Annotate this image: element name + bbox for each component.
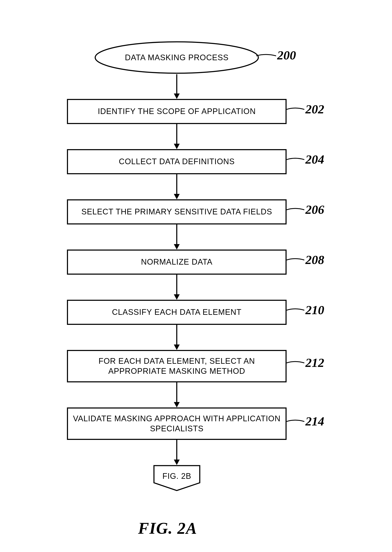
step-label: VALIDATE MASKING APPROACH WITH APPLICATI… <box>72 414 281 433</box>
svg-marker-8 <box>174 244 180 250</box>
step-collect-definitions: COLLECT DATA DEFINITIONS <box>67 149 287 174</box>
step-normalize-data: NORMALIZE DATA <box>67 250 287 275</box>
lead-208 <box>287 257 304 263</box>
svg-marker-4 <box>174 144 180 149</box>
ref-208: 208 <box>305 253 324 267</box>
step-label: SELECT THE PRIMARY SENSITIVE DATA FIELDS <box>81 207 272 217</box>
svg-marker-16 <box>174 460 180 465</box>
lead-212 <box>287 360 304 366</box>
arrow-3-4 <box>173 224 181 250</box>
ref-214: 214 <box>305 414 324 429</box>
arrow-5-6 <box>173 325 181 350</box>
step-label: FOR EACH DATA ELEMENT, SELECT AN APPROPR… <box>72 356 281 376</box>
step-label: NORMALIZE DATA <box>141 257 212 267</box>
ref-210: 210 <box>305 303 324 317</box>
lead-204 <box>287 156 304 163</box>
svg-marker-6 <box>174 194 180 199</box>
diagram-canvas: DATA MASKING PROCESS IDENTIFY THE SCOPE … <box>0 0 392 552</box>
arrow-2-3 <box>173 174 181 199</box>
arrow-7-off <box>173 440 181 465</box>
ref-206: 206 <box>305 203 324 217</box>
ref-212: 212 <box>305 356 324 370</box>
lead-210 <box>287 307 304 313</box>
step-classify-element: CLASSIFY EACH DATA ELEMENT <box>67 300 287 325</box>
offpage-connector: FIG. 2B <box>153 465 200 491</box>
lead-206 <box>287 207 304 213</box>
offpage-label: FIG. 2B <box>153 465 200 491</box>
figure-caption: FIG. 2A <box>138 519 197 538</box>
lead-214 <box>287 418 304 425</box>
step-identify-scope: IDENTIFY THE SCOPE OF APPLICATION <box>67 99 287 124</box>
arrow-0-1 <box>173 74 181 99</box>
arrow-6-7 <box>173 382 181 407</box>
lead-200 <box>256 53 276 59</box>
svg-marker-12 <box>174 344 180 350</box>
arrow-1-2 <box>173 124 181 149</box>
ref-202: 202 <box>305 102 324 117</box>
step-select-primary-fields: SELECT THE PRIMARY SENSITIVE DATA FIELDS <box>67 199 287 224</box>
step-label: COLLECT DATA DEFINITIONS <box>119 157 235 167</box>
lead-202 <box>287 106 304 112</box>
step-label: CLASSIFY EACH DATA ELEMENT <box>112 307 241 317</box>
svg-marker-10 <box>174 294 180 300</box>
svg-marker-2 <box>174 93 180 99</box>
ref-204: 204 <box>305 152 324 167</box>
svg-marker-14 <box>174 402 180 407</box>
ref-200: 200 <box>277 48 296 63</box>
start-label: DATA MASKING PROCESS <box>94 41 259 74</box>
step-validate-approach: VALIDATE MASKING APPROACH WITH APPLICATI… <box>67 407 287 440</box>
start-node: DATA MASKING PROCESS <box>94 41 259 74</box>
step-select-masking-method: FOR EACH DATA ELEMENT, SELECT AN APPROPR… <box>67 350 287 382</box>
arrow-4-5 <box>173 275 181 300</box>
step-label: IDENTIFY THE SCOPE OF APPLICATION <box>98 106 256 117</box>
